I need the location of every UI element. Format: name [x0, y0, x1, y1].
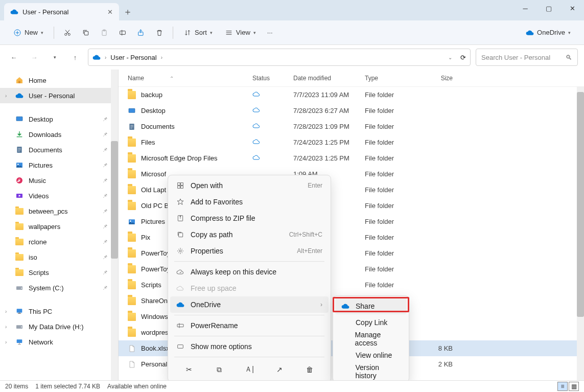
content-scrollbar[interactable] — [577, 87, 584, 382]
expand-icon[interactable]: › — [5, 339, 7, 345]
forward-button[interactable]: → — [27, 50, 42, 65]
sidebar-item-label: Pictures — [29, 162, 53, 169]
onedrive-button[interactable]: OneDrive▾ — [521, 24, 576, 42]
expand-icon[interactable]: › — [5, 324, 7, 330]
search-input[interactable]: Search User - Personal 🔍︎ — [476, 49, 578, 66]
ctx-add-to-favorites[interactable]: Add to Favorites — [170, 194, 329, 210]
sidebar-item-documents[interactable]: Documents📌︎ — [0, 142, 118, 157]
pin-icon: 📌︎ — [102, 223, 108, 229]
cut-icon: ✂ — [186, 365, 192, 374]
file-type: File folder — [365, 202, 426, 210]
delete-button[interactable] — [151, 24, 168, 42]
active-tab[interactable]: User - Personal ✕ — [4, 3, 119, 20]
sidebar-item-music[interactable]: Music📌︎ — [0, 173, 118, 188]
ctx-compress-to-zip-file[interactable]: Compress to ZIP file — [170, 210, 329, 226]
refresh-button[interactable]: ⟳ — [460, 54, 466, 61]
sidebar-item-scripts[interactable]: Scripts📌︎ — [0, 265, 118, 280]
chevron-right-icon: › — [320, 301, 322, 308]
svg-rect-33 — [178, 216, 182, 221]
ctx-rename-button[interactable]: Ａ| — [241, 361, 258, 378]
sidebar-item-my-data-drive-h-[interactable]: ›My Data Drive (H:) — [0, 319, 118, 334]
thumbnails-view-button[interactable]: ▦ — [569, 382, 579, 391]
close-tab-icon[interactable]: ✕ — [107, 8, 113, 16]
paste-button[interactable] — [96, 24, 112, 42]
ctx-copy-button[interactable]: ⧉ — [211, 361, 227, 378]
file-row[interactable]: backup7/7/2023 11:09 AMFile folder — [119, 87, 584, 103]
rename-button[interactable] — [114, 24, 131, 42]
more-button[interactable]: ··· — [263, 24, 277, 42]
back-button[interactable]: ← — [6, 50, 21, 65]
sort-button[interactable]: Sort▾ — [178, 24, 218, 42]
copy-button[interactable] — [78, 24, 94, 42]
sidebar-item-this-pc[interactable]: ›This PC — [0, 304, 118, 319]
close-button[interactable]: ✕ — [560, 0, 584, 16]
submenu-view-online[interactable]: View online — [335, 347, 407, 363]
sidebar-item-pictures[interactable]: Pictures📌︎ — [0, 157, 118, 173]
sidebar-item-label: wallpapers — [29, 223, 60, 230]
ctx-show-more-options[interactable]: Show more options — [170, 338, 329, 355]
column-headers[interactable]: Name⌃ Status Date modified Type Size — [119, 70, 584, 87]
ctx-always-keep-on-this-device[interactable]: Always keep on this device — [170, 264, 329, 280]
address-bar[interactable]: › User - Personal › ⌄ ⟳ — [88, 49, 471, 66]
toolbar: New▾ Sort▾ View▾ ··· OneDrive▾ — [0, 20, 584, 45]
sidebar-item-rclone[interactable]: rclone📌︎ — [0, 234, 118, 249]
svg-rect-19 — [18, 313, 20, 313]
sidebar-item-wallpapers[interactable]: wallpapers📌︎ — [0, 219, 118, 234]
sidebar-scrollbar[interactable] — [111, 70, 118, 382]
file-row[interactable]: Documents7/28/2023 1:09 PMFile folder — [119, 119, 584, 134]
submenu-copy-link[interactable]: Copy Link — [335, 314, 407, 331]
minimize-button[interactable]: ─ — [513, 0, 537, 16]
expand-icon[interactable]: › — [5, 93, 7, 99]
ctx-delete-button[interactable]: 🗑 — [301, 361, 318, 378]
sidebar-item-videos[interactable]: Videos📌︎ — [0, 188, 118, 203]
breadcrumb-item[interactable]: User - Personal — [110, 54, 156, 61]
details-view-button[interactable]: ≡ — [557, 382, 568, 391]
sidebar-item-between-pcs[interactable]: between_pcs📌︎ — [0, 203, 118, 219]
up-button[interactable]: ↑ — [67, 50, 83, 65]
ctx-open-with[interactable]: Open withEnter — [170, 177, 329, 194]
sidebar-item-downloads[interactable]: Downloads📌︎ — [0, 127, 118, 142]
drive-icon — [15, 322, 24, 331]
sidebar-item-network[interactable]: ›Network — [0, 334, 118, 350]
ctx-properties[interactable]: PropertiesAlt+Enter — [170, 243, 329, 259]
delete-icon: 🗑 — [306, 365, 313, 374]
search-icon: 🔍︎ — [566, 54, 572, 61]
new-tab-button[interactable]: ＋ — [119, 3, 136, 20]
expand-icon[interactable]: › — [5, 309, 7, 314]
sidebar-item-label: between_pcs — [29, 207, 68, 215]
file-name: Old PC B — [141, 202, 169, 210]
submenu-share[interactable]: Share — [335, 298, 407, 314]
file-row[interactable]: Desktop7/28/2023 6:27 AMFile folder — [119, 103, 584, 119]
sidebar-item-iso[interactable]: iso📌︎ — [0, 249, 118, 265]
file-type: File folder — [365, 186, 426, 194]
ctx-cut-button[interactable]: ✂ — [181, 361, 197, 378]
sidebar-item-desktop[interactable]: Desktop📌︎ — [0, 111, 118, 127]
doc-icon — [128, 123, 136, 131]
file-row[interactable]: Files7/24/2023 1:25 PMFile folder — [119, 134, 584, 150]
svg-rect-24 — [129, 108, 135, 112]
sidebar-item-user-personal[interactable]: ›User - Personal — [0, 88, 118, 103]
pin-icon: 📌︎ — [102, 193, 108, 199]
pic-icon — [15, 161, 24, 169]
view-button[interactable]: View▾ — [220, 24, 261, 42]
context-submenu: ShareCopy LinkManage accessView onlineVe… — [333, 295, 409, 382]
sidebar-item-label: Scripts — [29, 269, 49, 276]
ctx-onedrive[interactable]: OneDrive› — [170, 296, 329, 313]
new-button[interactable]: New▾ — [8, 24, 49, 42]
submenu-version-history[interactable]: Version history — [335, 363, 407, 380]
sidebar-item-system-c-[interactable]: System (C:)📌︎ — [0, 280, 118, 295]
history-dropdown-icon[interactable]: ⌄ — [448, 55, 452, 60]
ctx-share-button[interactable]: ↗ — [271, 361, 288, 378]
ctx-copy-as-path[interactable]: Copy as pathCtrl+Shift+C — [170, 226, 329, 243]
sidebar-item-home[interactable]: Home — [0, 73, 118, 88]
maximize-button[interactable]: ▢ — [537, 0, 560, 16]
ctx-powerrename[interactable]: PowerRename — [170, 317, 329, 334]
cut-button[interactable] — [59, 24, 76, 42]
submenu-manage-access[interactable]: Manage access — [335, 331, 407, 347]
recent-button[interactable]: ▾ — [47, 50, 62, 65]
sort-asc-icon: ⌃ — [170, 76, 174, 81]
share-button[interactable] — [133, 24, 149, 42]
more-icon — [176, 342, 184, 351]
pin-icon: 📌︎ — [102, 116, 108, 122]
file-row[interactable]: Microsoft Edge Drop Files7/24/2023 1:25 … — [119, 150, 584, 166]
